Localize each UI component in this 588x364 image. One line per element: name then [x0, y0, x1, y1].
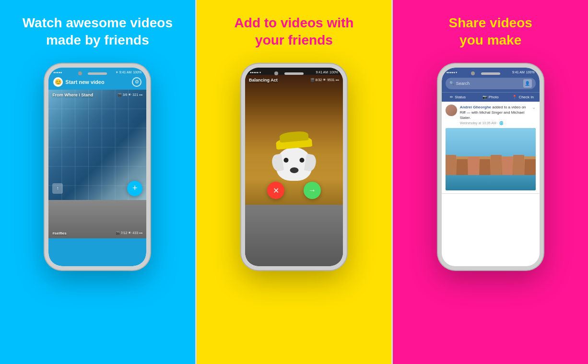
- avatar-image: [446, 105, 457, 116]
- p2-time: 9:41 AM: [316, 70, 328, 74]
- nav-photo[interactable]: 📷 Photo: [474, 93, 507, 102]
- photo-icon: 📷: [482, 95, 487, 99]
- preview-bg: [245, 205, 343, 266]
- phone-2: ●●●●● ▾ 9:41 AM 100% Balancing Act �: [241, 64, 347, 270]
- fb-nav-bar: ✏ Status 📷 Photo 📍 Check In: [442, 92, 540, 102]
- phone-2-screen: ●●●●● ▾ 9:41 AM 100% Balancing Act �: [245, 68, 343, 266]
- fb-search-bar[interactable]: 🔍 Search 👤: [446, 78, 536, 89]
- post-image: [446, 128, 536, 190]
- start-video-button[interactable]: 😊 Start new video: [53, 77, 104, 87]
- building-1: [446, 155, 457, 175]
- feed-item-1-info: From Where I Stand 🎬 3/6 👁 321 •••: [52, 93, 142, 97]
- building-4: [480, 159, 491, 175]
- dog-eye-left: [284, 158, 289, 163]
- smiley-icon: 😊: [53, 77, 63, 87]
- search-icon: 🔍: [449, 81, 454, 85]
- fb-post-header: Andrei Gheorghe added to a video on Riff…: [446, 105, 536, 126]
- post-text-block: Andrei Gheorghe added to a video on Riff…: [460, 105, 529, 126]
- phone-3: ●●●●● ▾ 9:41 AM 100% 🔍 Search 👤: [438, 64, 543, 270]
- panel-share-title: Share videos you make: [439, 0, 542, 59]
- add-button[interactable]: +: [127, 181, 142, 196]
- fb-post: Andrei Gheorghe added to a video on Riff…: [442, 102, 540, 194]
- start-video-label: Start new video: [65, 79, 104, 85]
- phone-3-speaker: [481, 72, 500, 75]
- phone-1-feed: From Where I Stand 🎬 3/6 👁 321 ••• ↑ + #…: [48, 90, 146, 266]
- phone-2-camera: [274, 71, 278, 75]
- dog-ear-right: [304, 153, 318, 172]
- phone-1-camera: [78, 71, 82, 75]
- phone-3-screen: ●●●●● ▾ 9:41 AM 100% 🔍 Search 👤: [442, 68, 540, 266]
- panel-watch-title: Watch awesome videos made by friends: [13, 0, 182, 59]
- p2-signal: ●●●●● ▾: [250, 70, 261, 74]
- feed-item-1-title: From Where I Stand: [52, 93, 93, 97]
- profile-icon: 👤: [523, 79, 532, 88]
- phone-1-frame: ●●●●● ▾ 9:41 AM 100% 😊 Start new video ⚙: [45, 64, 150, 270]
- building-row: [446, 155, 536, 175]
- feed-item-1[interactable]: From Where I Stand 🎬 3/6 👁 321 ••• ↑ +: [48, 90, 146, 200]
- post-author: Andrei Gheorghe: [460, 105, 491, 109]
- profile-silhouette: 👤: [525, 81, 530, 86]
- nav-status[interactable]: ✏ Status: [442, 93, 474, 102]
- video-preview: [245, 205, 343, 266]
- post-time: Wednesday at 10:35 AM · 🌐: [460, 121, 529, 125]
- panel-watch: Watch awesome videos made by friends ●●●…: [0, 0, 195, 364]
- phone-1-toolbar: 😊 Start new video ⚙: [48, 75, 146, 90]
- p2-battery: 100%: [329, 70, 338, 74]
- video-meta: 🎬 8/32 👁 9531 •••: [310, 78, 339, 82]
- phone-1-speaker: [88, 72, 107, 75]
- signal-dots: ●●●●●: [53, 71, 62, 74]
- building-7: [513, 155, 524, 175]
- reject-button[interactable]: ✕: [267, 182, 284, 199]
- video-title: Balancing Act: [249, 78, 278, 82]
- building-2: [457, 159, 468, 175]
- dog-head: [276, 147, 312, 181]
- dog-video: Balancing Act 🎬 8/32 👁 9531 •••: [245, 75, 343, 205]
- status-time: 9:41 AM: [119, 70, 132, 74]
- share-button[interactable]: ↑: [52, 183, 63, 194]
- p2-status-right: 9:41 AM 100%: [316, 70, 338, 74]
- checkin-icon: 📍: [512, 95, 517, 99]
- status-battery: 100%: [133, 70, 141, 74]
- feed-item-1-bottom: ↑ +: [52, 181, 142, 196]
- aerial-sky: [446, 128, 536, 156]
- phone-3-camera: [471, 71, 475, 75]
- p3-status-right: 9:41 AM 100%: [512, 70, 535, 74]
- nav-checkin[interactable]: 📍 Check In: [507, 93, 540, 102]
- phone-2-speaker: [284, 72, 304, 75]
- status-icon: ✏: [450, 95, 453, 99]
- video-controls: ✕ →: [245, 182, 343, 199]
- status-label: Status: [455, 95, 466, 99]
- panel-share: Share videos you make ●●●●● ▾ 9:41 AM 10…: [393, 0, 588, 364]
- panel-add: Add to videos with your friends ●●●●● ▾ …: [197, 0, 392, 364]
- photo-label: Photo: [489, 95, 499, 99]
- panel-add-title: Add to videos with your friends: [225, 0, 364, 59]
- phone-1: ●●●●● ▾ 9:41 AM 100% 😊 Start new video ⚙: [45, 64, 150, 270]
- video-info: Balancing Act 🎬 8/32 👁 9531 •••: [249, 78, 339, 82]
- p3-time: 9:41 AM: [512, 70, 525, 74]
- post-text: Andrei Gheorghe added to a video on Riff…: [460, 105, 529, 121]
- status-right: ▾ 9:41 AM 100%: [116, 70, 142, 74]
- phone-2-content: Balancing Act 🎬 8/32 👁 9531 •••: [245, 75, 343, 266]
- p3-battery: 100%: [526, 70, 535, 74]
- feed-item-2[interactable]: #selfies 🎬 7/12 👁 433 •••: [48, 200, 146, 238]
- feed-item-2-info: #selfies 🎬 7/12 👁 433 •••: [52, 231, 142, 235]
- dog-ear-left: [271, 153, 284, 172]
- phone-1-screen: ●●●●● ▾ 9:41 AM 100% 😊 Start new video ⚙: [48, 68, 146, 266]
- building-5: [491, 155, 502, 175]
- dog-nose: [290, 167, 298, 173]
- dog-eye-right: [300, 158, 305, 163]
- building-8: [525, 159, 536, 175]
- feed-item-2-meta: 🎬 7/12 👁 433 •••: [116, 231, 142, 235]
- phone-3-frame: ●●●●● ▾ 9:41 AM 100% 🔍 Search 👤: [438, 64, 543, 270]
- phone-2-frame: ●●●●● ▾ 9:41 AM 100% Balancing Act �: [241, 64, 347, 270]
- post-chevron[interactable]: ⌄: [532, 105, 536, 110]
- settings-icon[interactable]: ⚙: [132, 77, 141, 87]
- post-avatar: [446, 105, 457, 116]
- hashtag-label: #selfies: [52, 231, 66, 235]
- aerial-buildings: [446, 155, 536, 175]
- search-placeholder: Search: [456, 81, 470, 86]
- accept-button[interactable]: →: [304, 182, 321, 199]
- building-3: [468, 157, 479, 175]
- feed-item-1-meta: 🎬 3/6 👁 321 •••: [118, 93, 143, 97]
- status-wifi: ▾: [116, 70, 118, 74]
